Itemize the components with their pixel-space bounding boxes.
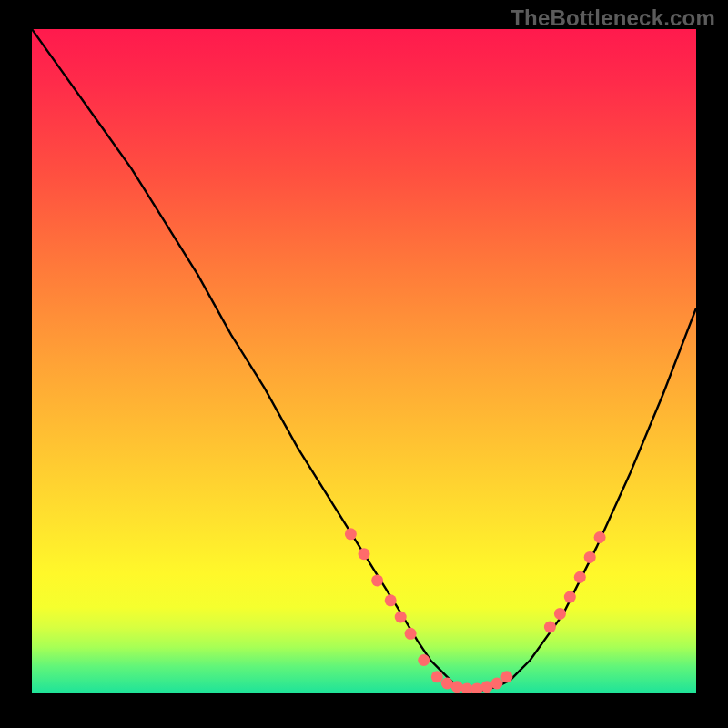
plot-area [32, 29, 696, 693]
chart-frame: TheBottleneck.com [0, 0, 728, 728]
marker-dot [345, 528, 357, 540]
marker-dot [405, 628, 417, 640]
marker-dot [451, 681, 463, 693]
marker-dot [584, 551, 596, 563]
marker-dot [554, 608, 566, 620]
marker-dot [431, 671, 443, 682]
marker-dot [594, 531, 606, 543]
highlight-dots [345, 528, 606, 693]
marker-dot [564, 592, 576, 603]
watermark-label: TheBottleneck.com [511, 5, 715, 31]
bottleneck-curve [32, 29, 696, 690]
marker-dot [544, 622, 556, 633]
marker-dot [471, 682, 483, 693]
marker-dot [418, 654, 430, 666]
curve-layer [32, 29, 696, 693]
marker-dot [500, 671, 512, 682]
marker-dot [385, 594, 397, 606]
marker-dot [574, 571, 586, 583]
marker-dot [491, 678, 503, 690]
marker-dot [359, 548, 370, 560]
marker-dot [371, 574, 383, 586]
marker-dot [395, 612, 407, 623]
